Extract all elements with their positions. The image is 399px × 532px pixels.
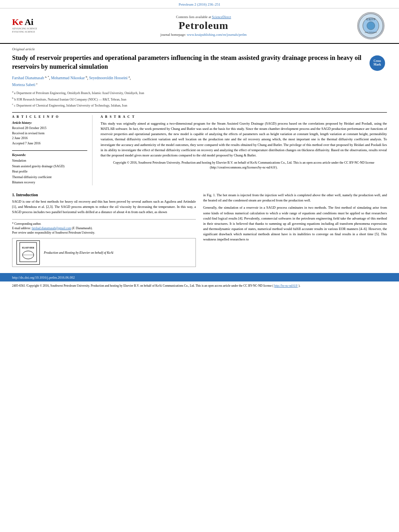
abstract-column: A B S T R A C T This study was originall… <box>101 115 387 185</box>
section1-body-right: in Fig. 1. The hot steam is injected fro… <box>203 193 387 242</box>
affiliation-c: c c Department of Chemical Engineering, … <box>12 102 387 108</box>
svg-text:ELSEVIER: ELSEVIER <box>22 246 35 249</box>
keywords-label: Keywords: <box>12 153 87 157</box>
keywords-block: Keywords: Simulation Steam assisted grav… <box>12 153 87 185</box>
svg-text:Cross: Cross <box>374 59 381 63</box>
sciencedirect-line: Contents lists available at ScienceDirec… <box>52 15 355 19</box>
info-abstract-columns: A R T I C L E I N F O Article history: R… <box>12 115 387 185</box>
history-label: Article history: <box>12 121 87 125</box>
article-info-column: A R T I C L E I N F O Article history: R… <box>12 115 93 185</box>
abstract-heading: A B S T R A C T <box>101 115 387 119</box>
author-4: Morteza Sabeti <box>12 83 35 87</box>
author-3: Seyednooroldin Hosseini <box>89 76 128 80</box>
journal-homepage: journal homepage: www.keaipublishing.com… <box>52 33 355 37</box>
main-content: 1. Introduction SAGD is one of the best … <box>0 189 399 267</box>
abstract-text: This study was originally aimed at sugge… <box>101 121 387 170</box>
footnote-corresponding: * Corresponding author. E-mail address: … <box>12 222 196 235</box>
authors-line: Farshad Dianatnasab a, *, Mohammad Nikoo… <box>12 75 387 88</box>
author-1: Farshad Dianatnasab <box>12 76 44 80</box>
journal-circle-logo: 石油大学 SOUTHWEST <box>355 12 387 40</box>
article-type: Original article <box>12 47 387 51</box>
publisher-logo: Ke Ai ADVANCING SCIENCE EVOLVING SCIENCE <box>12 18 52 34</box>
doi-bar: http://dx.doi.org/10.1016/j.petlm.2016.0… <box>0 273 399 281</box>
keyword-3: Heat profile <box>12 169 87 175</box>
svg-text:Mark: Mark <box>374 63 381 66</box>
main-col-left: 1. Introduction SAGD is one of the best … <box>12 193 196 267</box>
svg-text:石油大学: 石油大学 <box>366 18 376 21</box>
journal-title: Petroleum <box>52 20 355 32</box>
history-dates: Received 28 October 2015 Received in rev… <box>12 126 87 146</box>
keyword-2: Steam assisted gravity drainage (SAGD) <box>12 164 87 169</box>
journal-header: Ke Ai ADVANCING SCIENCE EVOLVING SCIENCE… <box>0 8 399 44</box>
copyright-text: Copyright © 2016, Southwest Petroleum Un… <box>101 160 387 170</box>
footer-copyright: 2405-6561 /Copyright © 2016, Southwest P… <box>0 281 399 291</box>
ke-ai-logo-text: Ke Ai <box>12 18 33 27</box>
article-body: Original article Study of reservoir prop… <box>0 44 399 189</box>
logo-subtitle: ADVANCING SCIENCE EVOLVING SCIENCE <box>12 27 37 34</box>
author-2: Mohammad Nikookar <box>51 76 85 80</box>
sciencedirect-link[interactable]: ScienceDirect <box>212 15 231 19</box>
affiliations: a a Department of Petroleum Engineering,… <box>12 90 387 108</box>
doi-link[interactable]: http://dx.doi.org/10.1016/j.petlm.2016.0… <box>12 275 75 279</box>
footnote-email-link[interactable]: farshad.dianatnasab@gmail.com <box>32 226 71 230</box>
divider <box>12 112 387 113</box>
elsevier-footer-text: Production and Hosting by Elsevier on be… <box>44 251 113 255</box>
main-col-right: in Fig. 1. The hot steam is injected fro… <box>203 193 387 267</box>
crossmark-badge[interactable]: Cross Mark <box>368 53 387 73</box>
article-history-block: Article history: Received 28 October 201… <box>12 121 87 146</box>
elsevier-logo: ELSEVIER <box>16 240 40 265</box>
section1-body: SAGD is one of the best methods for heav… <box>12 199 196 215</box>
journal-homepage-link[interactable]: www.keaipublishing.com/en/journals/petlm <box>187 33 247 37</box>
circle-logo-image: 石油大学 SOUTHWEST <box>357 12 385 39</box>
svg-point-2 <box>367 22 375 30</box>
keyword-5: Bitumen recovery <box>12 180 87 185</box>
page: Petroleum 2 (2016) 236–251 Ke Ai ADVANCI… <box>0 0 399 532</box>
footnote-area: * Corresponding author. E-mail address: … <box>12 219 196 235</box>
footer-license-link[interactable]: http://by-nc-nd/4.0/ <box>274 284 298 288</box>
info-divider <box>12 150 87 151</box>
keyword-1: Simulation <box>12 158 87 164</box>
affiliation-b: b b IOR Research Institute, National Ira… <box>12 96 387 102</box>
article-title: Study of reservoir properties and operat… <box>12 53 387 71</box>
affiliation-a: a a Department of Petroleum Engineering,… <box>12 90 387 96</box>
section1-title: 1. Introduction <box>12 193 196 197</box>
elsevier-footer: ELSEVIER Production and Hosting by Elsev… <box>12 238 196 267</box>
svg-text:SOUTHWEST: SOUTHWEST <box>365 31 377 33</box>
journal-ref: Petroleum 2 (2016) 236–251 <box>0 0 399 8</box>
journal-ref-text: Petroleum 2 (2016) 236–251 <box>179 2 220 6</box>
article-info-heading: A R T I C L E I N F O <box>12 115 87 119</box>
journal-center-block: Contents lists available at ScienceDirec… <box>52 15 355 37</box>
keyword-4: Thermal diffusivity coefficient <box>12 175 87 180</box>
